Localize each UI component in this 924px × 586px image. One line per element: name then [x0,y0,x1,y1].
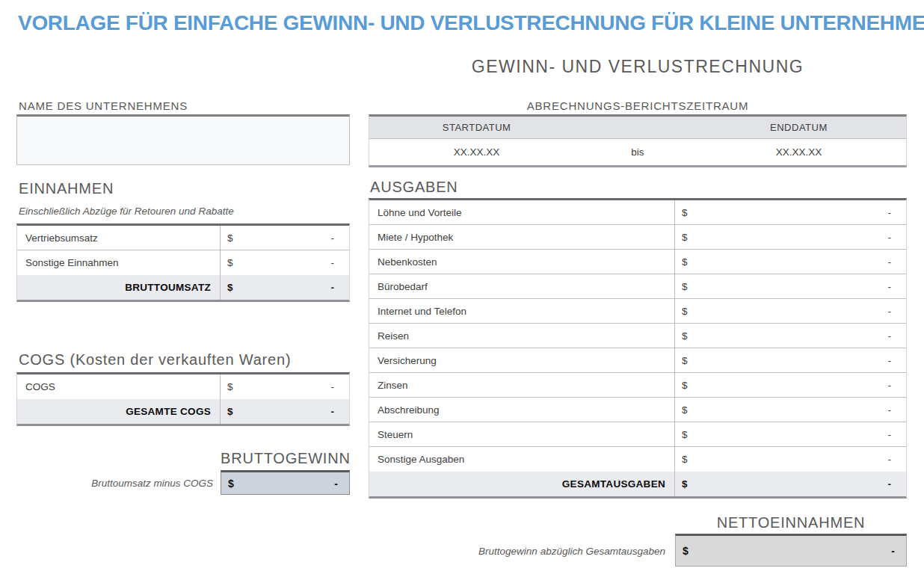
statement-subtitle: GEWINN- UND VERLUSTRECHNUNG [369,57,907,77]
expenses-rows: Löhne und Vorteile $ - Miete / Hypothek … [369,200,906,472]
row-label: Steuern [369,429,674,440]
row-amount: - [888,207,892,218]
income-section-heading: EINNAHMEN [19,180,114,197]
table-row: Vertriebsumsatz $ - [17,226,349,250]
table-row: Sonstige Ausgaben $ - [369,447,906,472]
currency-symbol: $ [682,256,688,268]
row-label: Bürobedarf [369,281,674,292]
currency-symbol: $ [682,330,688,342]
income-total-label: BRUTTOUMSATZ [17,282,220,293]
currency-symbol: $ [682,429,688,440]
row-label: Löhne und Vorteile [369,207,674,218]
row-value-cell[interactable]: $ - [674,398,906,422]
row-amount: - [331,257,335,268]
table-row: Nebenkosten $ - [369,250,906,274]
row-label: Sonstige Ausgaben [369,454,674,465]
start-date-input[interactable]: XX.XX.XX [369,146,584,158]
row-value-cell[interactable]: $ - [674,324,906,348]
row-value-cell[interactable]: $ - [674,422,906,446]
row-amount: - [888,306,892,317]
row-value-cell[interactable]: $ - [674,250,906,274]
cogs-total-label: GESAMTE COGS [17,406,220,417]
row-label: COGS [17,381,220,392]
net-income-value-cell: $ - [675,534,907,567]
table-row: Steuern $ - [369,422,906,447]
table-row: Internet und Telefon $ - [369,299,906,324]
gross-profit-heading: BRUTTOGEWINN [221,450,350,467]
cogs-total-row: GESAMTE COGS $ - [17,399,349,424]
row-value-cell[interactable]: $ - [674,200,906,224]
row-value-cell[interactable]: $ - [220,250,349,275]
row-value-cell[interactable]: $ - [674,373,906,397]
row-value-cell[interactable]: $ - [674,447,906,472]
table-row: Bürobedarf $ - [369,274,906,299]
currency-symbol: $ [682,232,688,243]
currency-symbol: $ [682,404,688,416]
income-note: Einschließlich Abzüge für Retouren und R… [19,206,234,217]
net-income-heading: NETTOEINNAHMEN [675,514,907,531]
period-table-value-row: XX.XX.XX bis XX.XX.XX [369,139,906,165]
gross-profit-value-cell: $ - [221,470,350,495]
row-amount: - [888,281,892,292]
table-row: Sonstige Einnahmen $ - [17,250,349,275]
expenses-total-amount: - [888,478,892,490]
expenses-table: Löhne und Vorteile $ - Miete / Hypothek … [369,198,907,499]
gross-profit-note: Bruttoumsatz minus COGS [0,478,213,489]
row-amount: - [888,454,892,465]
page-title: VORLAGE FÜR EINFACHE GEWINN- UND VERLUST… [18,11,919,35]
table-row: Zinsen $ - [369,373,906,398]
cogs-table: COGS $ - GESAMTE COGS $ - [16,372,350,426]
profit-loss-template-page: { "page": { "title": "VORLAGE FÜR EINFAC… [0,0,924,586]
row-amount: - [888,330,892,342]
row-amount: - [888,404,892,416]
row-value-cell[interactable]: $ - [674,225,906,249]
table-row: Abschreibung $ - [369,398,906,422]
row-label: Vertriebsumsatz [17,232,220,244]
row-label: Internet und Telefon [369,306,674,317]
period-heading: ABRECHNUNGS-BERICHTSZEITRAUM [369,99,907,112]
cogs-section-heading: COGS (Kosten der verkauften Waren) [19,351,291,368]
currency-symbol: $ [227,232,233,244]
currency-symbol: $ [682,281,688,292]
currency-symbol: $ [683,545,689,557]
expenses-section-heading: AUSGABEN [370,179,458,196]
net-income-note: Bruttogewinn abzüglich Gesamtausgaben [369,546,665,557]
company-name-input[interactable] [16,114,350,165]
currency-symbol: $ [682,380,688,391]
currency-symbol: $ [228,478,234,490]
cogs-total-amount: - [331,406,335,417]
row-label: Nebenkosten [369,256,674,268]
row-amount: - [888,380,892,391]
currency-symbol: $ [682,306,688,317]
start-date-header: STARTDATUM [369,122,584,133]
cogs-total-value-cell: $ - [220,399,349,424]
row-label: Sonstige Einnahmen [17,257,220,268]
row-amount: - [888,429,892,440]
currency-symbol: $ [682,207,688,218]
currency-symbol: $ [682,454,688,465]
row-value-cell[interactable]: $ - [674,348,906,372]
row-value-cell[interactable]: $ - [220,226,349,250]
currency-symbol: $ [227,282,233,293]
table-row: Löhne und Vorteile $ - [369,200,906,225]
end-date-input[interactable]: XX.XX.XX [692,146,906,158]
row-value-cell[interactable]: $ - [674,299,906,323]
row-amount: - [331,232,335,244]
row-amount: - [888,232,892,243]
income-total-row: BRUTTOUMSATZ $ - [17,275,349,300]
row-label: Abschreibung [369,404,674,416]
row-value-cell[interactable]: $ - [674,274,906,298]
row-label: Reisen [369,330,674,342]
currency-symbol: $ [227,257,233,268]
expenses-total-label: GESAMTAUSGABEN [369,478,674,490]
period-separator: bis [584,146,692,158]
table-row: COGS $ - [17,374,349,399]
expenses-total-row: GESAMTAUSGABEN $ - [369,472,906,496]
income-total-amount: - [331,282,335,293]
gross-profit-amount: - [334,478,338,490]
income-rows: Vertriebsumsatz $ - Sonstige Einnahmen $… [17,226,349,275]
net-income-amount: - [891,545,895,557]
row-label: Versicherung [369,355,674,366]
expenses-total-value-cell: $ - [674,472,906,496]
row-value-cell[interactable]: $ - [220,374,349,399]
